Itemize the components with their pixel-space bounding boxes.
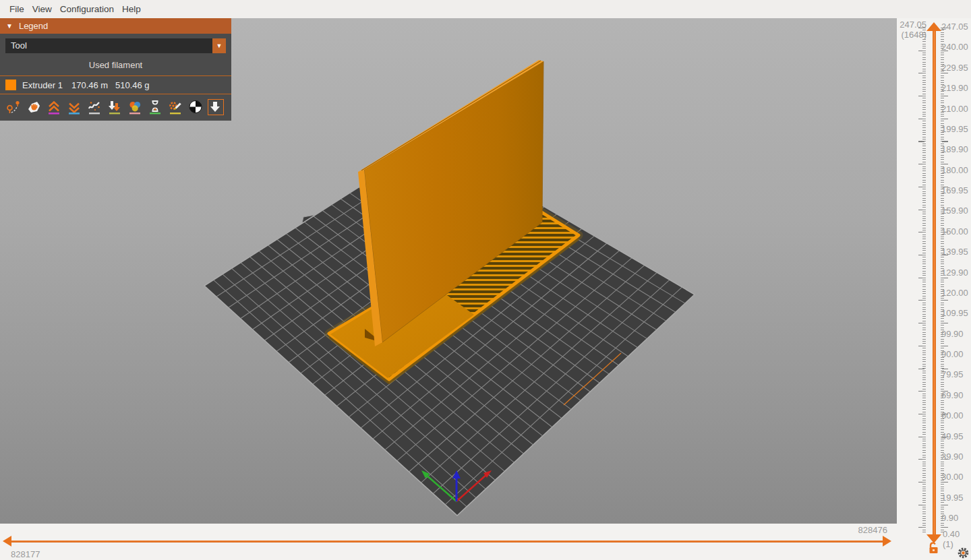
- layer-tick-label: 189.90: [941, 139, 971, 160]
- menu-item[interactable]: Help: [118, 4, 145, 14]
- retractions-icon[interactable]: [46, 99, 62, 115]
- move-slider-right-thumb[interactable]: [883, 536, 891, 547]
- layer-slider-current-value: 247.05 (1648): [894, 20, 926, 40]
- extruder-name: Extruder 1: [22, 80, 65, 90]
- dropdown-arrow-button[interactable]: ▼: [212, 38, 226, 53]
- 3d-viewport[interactable]: ▼ Legend Tool ▼ Used filament Extruder 1…: [0, 18, 897, 524]
- layer-tick-label: 159.90: [941, 201, 971, 221]
- layer-tick-label: 60.00: [941, 406, 971, 426]
- layer-ruler-ticks-left: [922, 28, 926, 534]
- deretractions-icon[interactable]: [66, 99, 82, 115]
- move-slider-left-thumb[interactable]: [3, 536, 11, 547]
- gear-icon[interactable]: [957, 547, 970, 559]
- layer-tick-label: 79.95: [941, 365, 971, 385]
- custom-gcodes-icon[interactable]: [167, 99, 183, 115]
- color-changes-icon[interactable]: [127, 99, 143, 115]
- layer-tick-label: 9.90: [941, 508, 971, 528]
- extruder-color-swatch: [5, 80, 16, 90]
- layer-slider-bottom-layer: (1): [943, 539, 953, 549]
- layer-tick-label: 39.90: [941, 447, 971, 467]
- layer-tick-label: 30.00: [941, 467, 971, 487]
- used-filament-header: Used filament: [5, 60, 226, 75]
- move-slider-right-value: 828476: [836, 525, 887, 535]
- layer-tick-label: 169.95: [941, 181, 971, 201]
- tool-changes-icon[interactable]: [107, 99, 123, 115]
- layer-slider-track[interactable]: [933, 28, 936, 534]
- menu-item[interactable]: File: [5, 4, 28, 14]
- layer-tick-label: 99.90: [941, 324, 971, 344]
- layer-tick-label: 69.90: [941, 385, 971, 406]
- layer-tick-label: 229.95: [941, 58, 971, 78]
- collapse-triangle-icon: ▼: [6, 22, 13, 30]
- move-slider-left-value: 828177: [11, 549, 40, 559]
- lock-icon[interactable]: [927, 541, 941, 555]
- legend-toolbar: [0, 94, 231, 121]
- layer-tick-label: 180.00: [941, 160, 971, 181]
- menu-bar: FileViewConfigurationHelp: [0, 0, 971, 18]
- menu-item[interactable]: View: [28, 4, 56, 14]
- layer-ruler-ticks-left-major: [918, 28, 924, 534]
- layer-tick-label: 210.00: [941, 99, 971, 119]
- used-weight: 510.46 g: [115, 80, 150, 90]
- layer-tick-label: 90.00: [941, 344, 971, 365]
- layer-tick-label: 120.00: [941, 283, 971, 303]
- view-type-value: Tool: [5, 38, 212, 53]
- layer-tick-label: 240.00: [941, 37, 971, 57]
- layer-tick-label: 247.05: [941, 17, 971, 37]
- extruder-row: Extruder 1 170.46 m 510.46 g: [0, 76, 231, 94]
- view-type-dropdown[interactable]: Tool ▼: [5, 38, 226, 53]
- wipes-icon[interactable]: [26, 99, 42, 115]
- layer-tick-label: 150.00: [941, 222, 971, 242]
- layer-tick-label: 219.90: [941, 78, 971, 98]
- used-length: 170.46 m: [71, 80, 109, 90]
- menu-item[interactable]: Configuration: [56, 4, 118, 14]
- layer-tick-label: 129.90: [941, 263, 971, 283]
- layer-tick-label: 19.95: [941, 488, 971, 508]
- legend-panel: ▼ Legend Tool ▼ Used filament Extruder 1…: [0, 18, 231, 121]
- seams-icon[interactable]: [86, 99, 102, 115]
- layer-tick-label: 139.95: [941, 242, 971, 262]
- legend-header[interactable]: ▼ Legend: [0, 18, 231, 34]
- move-slider-track[interactable]: [10, 540, 885, 542]
- layer-tick-label: 49.95: [941, 427, 971, 447]
- layer-tick-label: 199.95: [941, 119, 971, 139]
- layer-slider-bottom-value: 0.40: [943, 529, 960, 539]
- legend-title: Legend: [19, 21, 48, 31]
- pause-prints-icon[interactable]: [147, 99, 163, 115]
- travels-icon[interactable]: [5, 99, 22, 115]
- center-of-gravity-icon[interactable]: [187, 99, 204, 115]
- tool-marker-icon[interactable]: [208, 99, 224, 115]
- layer-slider-top-thumb[interactable]: [926, 22, 941, 31]
- layer-tick-label: 109.95: [941, 303, 971, 323]
- layer-ruler-labels: 247.05240.00229.95219.90210.00199.95189.…: [941, 17, 971, 528]
